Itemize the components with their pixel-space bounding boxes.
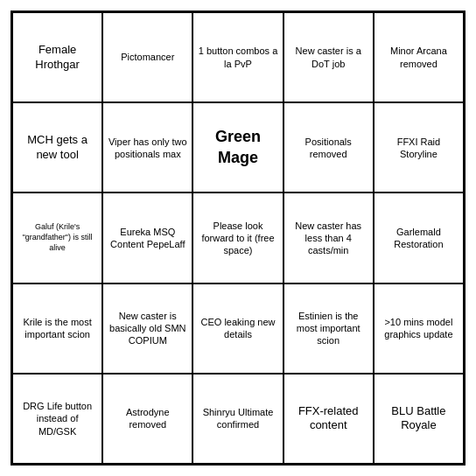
bingo-cell-2-3[interactable]: New caster has less than 4 casts/min [284, 192, 374, 283]
bingo-cell-1-4[interactable]: FFXI Raid Storyline [374, 102, 464, 192]
bingo-cell-3-0[interactable]: Krile is the most important scion [12, 284, 102, 374]
cell-text-1-0: MCH gets a new tool [17, 133, 98, 163]
bingo-cell-1-2[interactable]: Green Mage [192, 102, 283, 192]
cell-text-4-0: DRG Life button instead of MD/GSK [17, 400, 98, 438]
cell-text-3-4: >10 mins model graphics update [378, 316, 459, 341]
bingo-cell-2-0[interactable]: Galuf (Krile's "grandfather") is still a… [12, 192, 102, 283]
bingo-cell-4-0[interactable]: DRG Life button instead of MD/GSK [12, 374, 102, 464]
cell-text-1-1: Viper has only two positionals max [107, 136, 188, 161]
bingo-row-4: DRG Life button instead of MD/GSKAstrody… [12, 374, 464, 464]
cell-text-3-0: Krile is the most important scion [17, 316, 98, 341]
cell-text-1-2: Green Mage [197, 127, 278, 168]
bingo-cell-3-4[interactable]: >10 mins model graphics update [374, 284, 464, 374]
bingo-cell-1-3[interactable]: Positionals removed [284, 102, 374, 192]
bingo-cell-4-4[interactable]: BLU Battle Royale [374, 374, 464, 464]
cell-text-0-3: New caster is a DoT job [288, 45, 369, 70]
cell-text-4-4: BLU Battle Royale [378, 404, 459, 434]
cell-text-2-3: New caster has less than 4 casts/min [288, 220, 369, 257]
cell-text-4-3: FFX-related content [288, 404, 369, 434]
bingo-cell-0-1[interactable]: Pictomancer [102, 12, 192, 102]
bingo-row-1: MCH gets a new toolViper has only two po… [12, 102, 464, 192]
bingo-cell-3-1[interactable]: New caster is basically old SMN COPIUM [102, 284, 192, 374]
cell-text-0-4: Minor Arcana removed [378, 45, 459, 70]
cell-text-4-2: Shinryu Ultimate confirmed [197, 406, 278, 431]
cell-text-3-1: New caster is basically old SMN COPIUM [107, 310, 188, 347]
cell-text-2-4: Garlemald Restoration [378, 226, 459, 251]
bingo-row-0: Female HrothgarPictomancer1 button combo… [12, 12, 464, 102]
bingo-cell-4-2[interactable]: Shinryu Ultimate confirmed [192, 374, 283, 464]
cell-text-2-0: Galuf (Krile's "grandfather") is still a… [17, 222, 98, 253]
bingo-card: Female HrothgarPictomancer1 button combo… [10, 10, 466, 466]
cell-text-4-1: Astrodyne removed [107, 406, 188, 431]
bingo-cell-2-1[interactable]: Eureka MSQ Content PepeLaff [102, 192, 192, 283]
cell-text-2-2: Please look forward to it (free space) [197, 220, 278, 257]
bingo-cell-3-2[interactable]: CEO leaking new details [192, 284, 283, 374]
cell-text-0-2: 1 button combos a la PvP [197, 45, 278, 70]
bingo-cell-2-4[interactable]: Garlemald Restoration [374, 192, 464, 283]
bingo-cell-0-4[interactable]: Minor Arcana removed [374, 12, 464, 102]
bingo-cell-1-0[interactable]: MCH gets a new tool [12, 102, 102, 192]
cell-text-3-3: Estinien is the most important scion [288, 310, 369, 347]
bingo-cell-3-3[interactable]: Estinien is the most important scion [284, 284, 374, 374]
cell-text-2-1: Eureka MSQ Content PepeLaff [107, 226, 188, 251]
cell-text-1-4: FFXI Raid Storyline [378, 136, 459, 161]
cell-text-1-3: Positionals removed [288, 136, 369, 161]
bingo-row-2: Galuf (Krile's "grandfather") is still a… [12, 192, 464, 283]
bingo-cell-4-3[interactable]: FFX-related content [284, 374, 374, 464]
bingo-cell-4-1[interactable]: Astrodyne removed [102, 374, 192, 464]
bingo-cell-0-0[interactable]: Female Hrothgar [12, 12, 102, 102]
bingo-cell-0-2[interactable]: 1 button combos a la PvP [192, 12, 283, 102]
bingo-cell-1-1[interactable]: Viper has only two positionals max [102, 102, 192, 192]
bingo-row-3: Krile is the most important scionNew cas… [12, 284, 464, 374]
bingo-cell-2-2[interactable]: Please look forward to it (free space) [192, 192, 283, 283]
cell-text-0-1: Pictomancer [121, 51, 174, 63]
cell-text-3-2: CEO leaking new details [197, 316, 278, 341]
bingo-cell-0-3[interactable]: New caster is a DoT job [284, 12, 374, 102]
cell-text-0-0: Female Hrothgar [17, 43, 98, 73]
